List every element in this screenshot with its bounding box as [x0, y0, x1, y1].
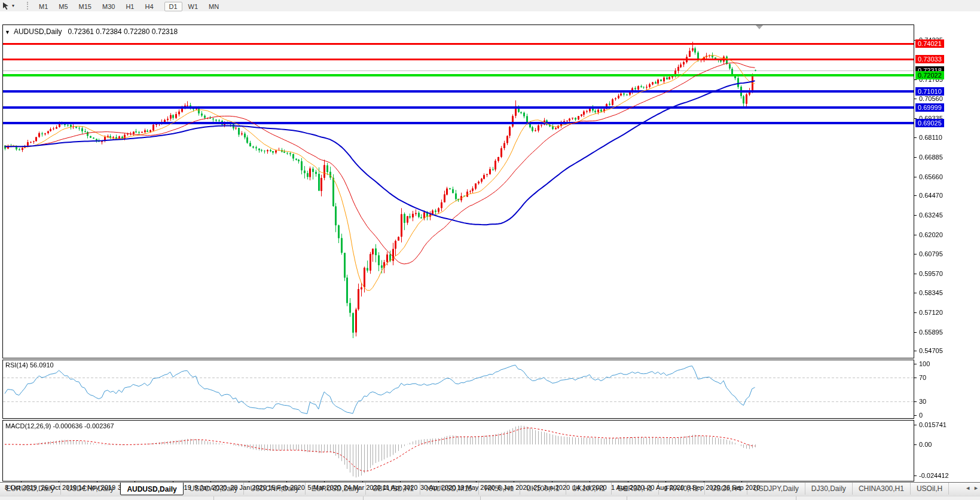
timeframe-button-mn[interactable]: MN	[204, 2, 224, 11]
chart-window: ▼AUDUSD,Daily0.72361 0.72384 0.72280 0.7…	[0, 11, 980, 482]
rsi-scale-label: 30	[919, 398, 926, 405]
macd-scale-label: 0.015741	[919, 421, 947, 428]
tab-scroll-left-icon[interactable]: ◄	[965, 485, 970, 491]
price-axis-label: 0.54705	[919, 347, 943, 354]
status-bar-separator	[627, 496, 627, 500]
chart-symbol-label: AUDUSD,Daily	[14, 27, 62, 36]
timeframe-button-m15[interactable]: M15	[74, 2, 96, 11]
cursor-tool-button[interactable]: ▾	[2, 2, 22, 10]
tab-china300-h1[interactable]: CHINA300,H1	[853, 483, 911, 495]
timeframe-button-m30[interactable]: M30	[97, 2, 120, 11]
tab-scroll-arrows: ◄ ►	[965, 485, 979, 491]
price-axis-label: 0.68110	[919, 134, 942, 141]
status-bar-separator	[480, 496, 481, 500]
rsi-scale-label: 0	[919, 412, 923, 419]
level-price-badge: 0.71010	[915, 87, 944, 96]
chevron-down-icon[interactable]: ▾	[12, 3, 14, 8]
status-bar-separator	[363, 496, 364, 500]
price-axis-label: 0.60795	[919, 250, 943, 257]
price-axis-label: 0.62020	[919, 231, 943, 238]
price-axis-label: 0.64470	[919, 192, 943, 199]
level-price-badge: 0.69999	[915, 103, 944, 112]
mt4-window: ▾ M1M5M15M30H1H4D1W1MN ▼AUDUSD,Daily0.72…	[0, 0, 980, 500]
price-axis-label: 0.58345	[919, 289, 943, 296]
status-bar-separator	[213, 496, 214, 500]
price-axis-label: 0.70560	[919, 95, 943, 102]
rsi-scale-label: 100	[919, 360, 930, 367]
timeframe-button-h4[interactable]: H4	[140, 2, 158, 11]
date-axis-label: 26 Sep 2020	[718, 484, 765, 491]
level-price-badge: 0.74021	[915, 39, 944, 48]
level-price-badge: 0.69025	[915, 119, 944, 127]
rsi-scale-label: 70	[919, 374, 926, 381]
timeframe-button-m1[interactable]: M1	[34, 2, 53, 11]
toolbar-drag-handle[interactable]	[27, 2, 30, 10]
level-price-badge: 0.72022	[915, 71, 944, 79]
timeframe-button-h1[interactable]: H1	[121, 2, 139, 11]
timeframe-button-group: M1M5M15M30H1H4D1W1MN	[33, 1, 224, 11]
level-price-badge: 0.73033	[915, 55, 944, 63]
status-bar-separator	[796, 496, 796, 500]
tab-audusd-daily[interactable]: AUDUSD,Daily	[120, 482, 183, 495]
timeframe-button-d1[interactable]: D1	[164, 2, 182, 11]
price-axis-label: 0.59570	[919, 270, 943, 277]
macd-indicator-label: MACD(12,26,9) -0.000636 -0.002367	[5, 422, 114, 430]
chart-dropdown-icon[interactable]: ▼	[5, 29, 10, 35]
timeframe-button-w1[interactable]: W1	[184, 2, 203, 11]
tab-usoil-h[interactable]: USOil,H	[911, 483, 949, 495]
price-chart-canvas[interactable]	[0, 11, 980, 500]
macd-scale-label: -0.024412	[919, 472, 949, 479]
price-axis-label: 0.65660	[919, 173, 943, 180]
tab-scroll-right-icon[interactable]: ►	[973, 485, 979, 491]
chart-shift-marker[interactable]	[756, 25, 763, 29]
chart-ohlc-values: 0.72361 0.72384 0.72280 0.72318	[68, 27, 178, 36]
timeframe-button-m5[interactable]: M5	[54, 2, 72, 11]
price-axis-label: 0.55895	[919, 329, 943, 336]
macd-scale-label: 0.00	[919, 441, 932, 448]
chart-title: ▼AUDUSD,Daily0.72361 0.72384 0.72280 0.7…	[5, 27, 178, 36]
pointer-icon	[2, 2, 10, 10]
tab-dj30-daily[interactable]: DJ30,Daily	[805, 483, 853, 495]
price-axis-label: 0.66885	[919, 154, 943, 161]
price-axis-label: 0.57120	[919, 309, 943, 316]
status-bar	[0, 496, 980, 500]
rsi-indicator-label: RSI(14) 56.0910	[5, 361, 54, 369]
top-toolbar: ▾ M1M5M15M30H1H4D1W1MN	[0, 0, 980, 11]
price-axis-label: 0.63245	[919, 211, 943, 219]
